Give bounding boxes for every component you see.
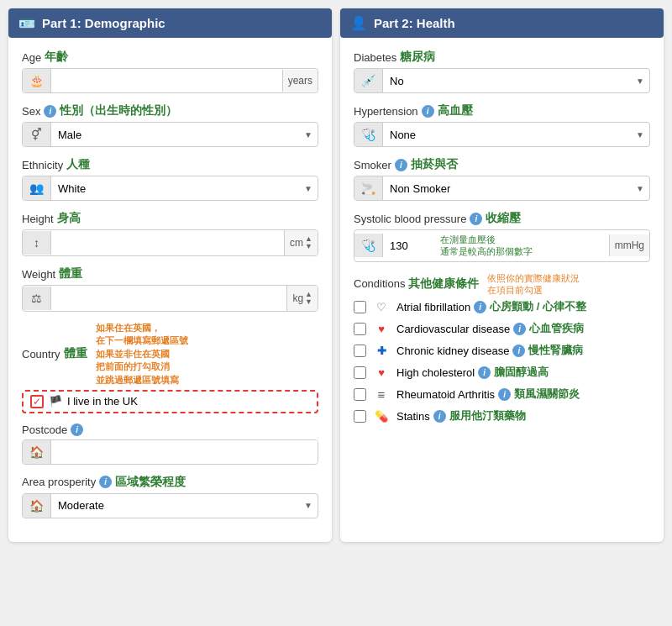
ckd-icon: ✚ (373, 345, 390, 357)
ethnicity-icon: 👥 (23, 176, 51, 200)
hypertension-select[interactable]: None Yes (383, 124, 649, 146)
height-suffix-text: cm (290, 237, 303, 249)
ethnicity-label-zh: 人種 (66, 157, 90, 172)
height-input-row: ↕ cm ▲▼ (22, 229, 318, 256)
ra-info-icon[interactable]: i (498, 388, 511, 401)
sex-select[interactable]: Male Female (51, 124, 318, 146)
smoker-label-en: Smoker (354, 159, 391, 171)
ckd-text: Chronic kidney disease i 慢性腎臟病 (396, 343, 583, 358)
ethnicity-label-en: Ethnicity (22, 159, 63, 171)
age-input[interactable] (51, 70, 282, 92)
cholesterol-checkbox[interactable] (354, 366, 366, 379)
ckd-info-icon[interactable]: i (512, 345, 525, 357)
area-prosperity-info-icon[interactable]: i (99, 476, 112, 488)
statins-text: Statins i 服用他汀類藥物 (396, 408, 526, 423)
ra-icon: ≡ (373, 387, 390, 402)
systolic-info-icon[interactable]: i (470, 213, 482, 225)
diabetes-input-row: 💉 No Yes ▼ (354, 68, 650, 93)
weight-suffix-arrows[interactable]: ▲▼ (305, 291, 312, 306)
postcode-input[interactable] (51, 440, 318, 463)
country-group: Country 體重 如果住在英國，在下一欄填寫郵遞區號如果並非住在英國把前面的… (22, 322, 318, 413)
part1-header: 🪪 Part 1: Demographic (8, 8, 332, 38)
diabetes-group: Diabetes 糖尿病 💉 No Yes ▼ (354, 50, 650, 93)
afib-label-zh: 心房顫動 / 心律不整 (490, 299, 586, 314)
part2-header: 👤 Part 2: Health (340, 8, 664, 38)
hypertension-label-zh: 高血壓 (438, 103, 473, 118)
age-label-zh: 年齡 (45, 50, 68, 65)
height-label: Height 身高 (22, 211, 318, 226)
hypertension-select-wrapper: None Yes ▼ (383, 124, 649, 146)
age-suffix: years (282, 70, 318, 92)
weight-input-row: ⚖ kg ▲▼ (22, 285, 318, 312)
afib-info-icon[interactable]: i (474, 301, 486, 313)
postcode-info-icon[interactable]: i (71, 423, 83, 436)
area-prosperity-input-row: 🏠 Moderate High Low ▼ (22, 493, 318, 518)
height-input[interactable] (51, 232, 284, 255)
cholesterol-label-zh: 膽固醇過高 (494, 365, 549, 380)
smoker-select-wrapper: Non Smoker Smoker ▼ (383, 177, 649, 200)
ra-label-zh: 類風濕關節炎 (514, 387, 580, 402)
hypertension-info-icon[interactable]: i (422, 105, 434, 118)
ethnicity-input-row: 👥 White Asian Black Other ▼ (22, 176, 318, 201)
area-prosperity-label: Area prosperity i 區域繁榮程度 (22, 475, 318, 490)
country-row: ✓ 🏴 I live in the UK (22, 390, 318, 413)
afib-label-en: Atrial fibrillation (396, 301, 470, 313)
hypertension-label-en: Hypertension (354, 105, 418, 118)
age-icon: 🎂 (23, 69, 51, 92)
systolic-note-container: 在測量血壓後 通常是較高的那個數字 (433, 230, 609, 261)
postcode-group: Postcode i 🏠 (22, 423, 318, 465)
ra-checkbox[interactable] (354, 388, 366, 401)
part1-panel: 🪪 Part 1: Demographic Age 年齡 🎂 years Sex… (8, 8, 332, 542)
smoker-info-icon[interactable]: i (395, 159, 407, 171)
cvd-icon: ♥ (373, 323, 390, 335)
age-input-row: 🎂 years (22, 68, 318, 93)
systolic-input[interactable] (383, 234, 433, 257)
uk-label: I live in the UK (67, 395, 138, 408)
part2-panel: 👤 Part 2: Health Diabetes 糖尿病 💉 No Yes ▼ (340, 8, 664, 542)
part1-header-title: Part 1: Demographic (42, 16, 165, 30)
cvd-info-icon[interactable]: i (513, 323, 526, 335)
conditions-note: 依照你的實際健康狀況在項目前勾選 (487, 272, 580, 297)
height-icon: ↕ (23, 231, 51, 255)
smoker-select[interactable]: Non Smoker Smoker (383, 177, 649, 200)
ra-label-en: Rheumatoid Arthritis (396, 388, 495, 401)
smoker-icon: 🚬 (354, 176, 383, 200)
systolic-note1: 在測量血壓後 (440, 234, 602, 245)
systolic-input-row: 🩺 在測量血壓後 通常是較高的那個數字 mmHg (354, 229, 650, 262)
condition-cvd: ♥ Cardiovascular disease i 心血管疾病 (354, 321, 650, 336)
part2-header-title: Part 2: Health (374, 16, 455, 30)
statins-label-zh: 服用他汀類藥物 (449, 408, 526, 423)
ethnicity-select[interactable]: White Asian Black Other (51, 177, 318, 200)
height-suffix-arrows[interactable]: ▲▼ (305, 235, 312, 250)
cvd-checkbox[interactable] (354, 323, 366, 335)
sex-info-icon[interactable]: i (44, 105, 56, 118)
diabetes-label-en: Diabetes (354, 51, 396, 64)
weight-label: Weight 體重 (22, 266, 318, 281)
weight-icon: ⚖ (23, 287, 51, 310)
part1-header-icon: 🪪 (18, 15, 35, 31)
weight-label-zh: 體重 (59, 266, 82, 281)
statins-checkbox[interactable] (354, 410, 366, 423)
statins-info-icon[interactable]: i (433, 410, 446, 423)
ckd-checkbox[interactable] (354, 345, 366, 357)
diabetes-select[interactable]: No Yes (383, 70, 649, 92)
smoker-label: Smoker i 抽菸與否 (354, 157, 650, 172)
statins-icon: 💊 (373, 410, 390, 423)
afib-checkbox[interactable] (354, 301, 366, 313)
cholesterol-info-icon[interactable]: i (478, 366, 491, 379)
conditions-label-en: Conditions (354, 277, 405, 290)
country-note: 如果住在英國，在下一欄填寫郵遞區號如果並非住在英國把前面的打勾取消並跳過郵遞區號… (96, 322, 188, 387)
postcode-label: Postcode i (22, 423, 318, 436)
ethnicity-label: Ethnicity 人種 (22, 157, 318, 172)
ckd-label-en: Chronic kidney disease (396, 345, 509, 357)
ethnicity-group: Ethnicity 人種 👥 White Asian Black Other ▼ (22, 157, 318, 201)
weight-input[interactable] (51, 287, 286, 310)
systolic-icon: 🩺 (354, 234, 383, 257)
sex-select-wrapper: Male Female ▼ (51, 124, 318, 146)
condition-ra: ≡ Rheumatoid Arthritis i 類風濕關節炎 (354, 387, 650, 402)
area-prosperity-select[interactable]: Moderate High Low (51, 494, 318, 517)
country-label: Country 體重 如果住在英國，在下一欄填寫郵遞區號如果並非住在英國把前面的… (22, 322, 318, 387)
systolic-label-en: Systolic blood pressure (354, 213, 466, 225)
uk-checkbox[interactable]: ✓ (30, 395, 44, 408)
checkbox-check: ✓ (33, 396, 41, 408)
